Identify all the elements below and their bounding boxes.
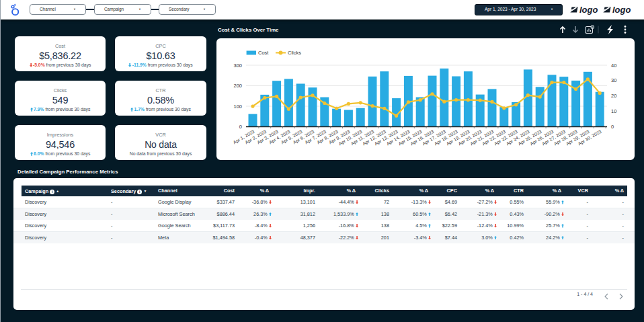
svg-text:100: 100 xyxy=(233,104,242,110)
svg-text:200: 200 xyxy=(233,83,242,89)
svg-text:30: 30 xyxy=(611,77,616,83)
svg-text:Clicks: Clicks xyxy=(288,50,301,56)
svg-text:300: 300 xyxy=(233,63,242,69)
svg-text:0: 0 xyxy=(239,124,242,130)
svg-text:Cost: Cost xyxy=(258,50,269,56)
svg-text:10: 10 xyxy=(611,108,616,114)
svg-text:20: 20 xyxy=(611,93,616,99)
svg-text:40: 40 xyxy=(611,63,616,69)
svg-text:0: 0 xyxy=(611,124,614,130)
